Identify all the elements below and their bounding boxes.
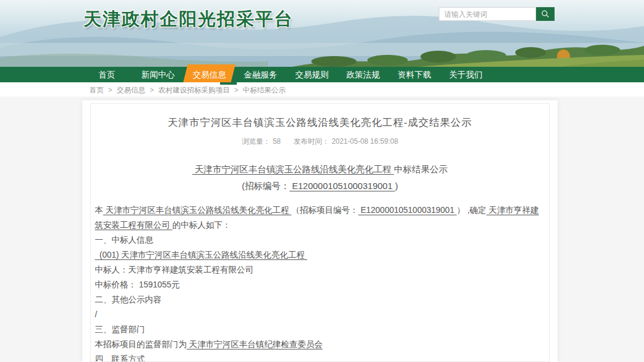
- main-navigation: 首页 新闻中心 交易信息 金融服务 交易规则 政策法规 资料下载 关于我们: [0, 67, 644, 82]
- nav-item-trade-rules[interactable]: 交易规则: [286, 67, 338, 82]
- winner-line: 中标人：天津市亨祥建筑安装工程有限公司: [95, 262, 545, 277]
- supervision-line: 本招标项目的监督部门为 天津市宁河区丰台镇纪律检查委员会: [95, 337, 545, 352]
- breadcrumb-current: 中标结果公示: [243, 86, 286, 94]
- search-icon: [541, 10, 550, 18]
- price-line: 中标价格： 1591055元: [95, 277, 545, 292]
- breadcrumb-link-trade-info[interactable]: 交易信息: [117, 86, 145, 94]
- article-body: 本 天津市宁河区丰台镇滨玉公路线沿线美化亮化工程 （招标项目编号： E12000…: [95, 203, 545, 362]
- nav-item-downloads[interactable]: 资料下载: [389, 67, 440, 82]
- views-counter: 浏览量：58: [242, 137, 283, 146]
- active-tab-notch: [220, 82, 237, 85]
- search-input[interactable]: [439, 7, 536, 21]
- nav-list: 首页 新闻中心 交易信息 金融服务 交易规则 政策法规 资料下载 关于我们: [0, 67, 644, 82]
- publish-time: 发布时间：2021-05-08 16:59:08: [293, 137, 398, 146]
- article-box: 天津市宁河区丰台镇滨玉公路线沿线美化亮化工程-成交结果公示 浏览量：58 发布时…: [90, 103, 550, 362]
- nav-item-about[interactable]: 关于我们: [440, 67, 491, 82]
- content-panel: 天津市宁河区丰台镇滨玉公路线沿线美化亮化工程-成交结果公示 浏览量：58 发布时…: [82, 100, 558, 362]
- article-meta: 浏览量：58 发布时间：2021-05-08 16:59:08: [95, 137, 545, 147]
- announcement-subtitle: 天津市宁河区丰台镇滨玉公路线沿线美化亮化工程 中标结果公示 (招标编号： E12…: [95, 161, 545, 194]
- nav-item-news[interactable]: 新闻中心: [132, 67, 184, 82]
- article-title: 天津市宁河区丰台镇滨玉公路线沿线美化亮化工程-成交结果公示: [95, 116, 545, 129]
- nav-item-trade-info[interactable]: 交易信息: [184, 67, 235, 82]
- views-value: 58: [273, 137, 280, 146]
- breadcrumb-bar: 首页 > 交易信息 > 农村建设招标采购项目 > 中标结果公示: [0, 82, 644, 97]
- section1-heading: 一、中标人信息: [95, 233, 545, 247]
- nav-item-home[interactable]: 首页: [81, 67, 132, 82]
- search-box: [439, 7, 555, 21]
- bid-number-line: (招标编号： E1200001051000319001 ): [95, 178, 545, 194]
- nav-item-policy[interactable]: 政策法规: [338, 67, 389, 82]
- subtitle-line: 天津市宁河区丰台镇滨玉公路线沿线美化亮化工程 中标结果公示: [95, 161, 545, 178]
- search-button[interactable]: [536, 7, 555, 21]
- site-title: 天津政村企阳光招采平台: [83, 7, 293, 32]
- publish-time-value: 2021-05-08 16:59:08: [332, 137, 398, 146]
- section2-content: /: [95, 307, 545, 322]
- breadcrumb-link-home[interactable]: 首页: [89, 86, 104, 94]
- breadcrumb: 首页 > 交易信息 > 农村建设招标采购项目 > 中标结果公示: [89, 85, 288, 95]
- breadcrumb-separator: >: [150, 86, 154, 94]
- section2-heading: 二、其他公示内容: [95, 292, 545, 307]
- section4-heading: 四、联系方式: [95, 352, 545, 362]
- bid-number: E1200001051000319001: [290, 181, 395, 191]
- supervision-dept: 天津市宁河区丰台镇纪律检查委员会: [187, 339, 323, 349]
- breadcrumb-link-rural-projects[interactable]: 农村建设招标采购项目: [158, 86, 230, 94]
- breadcrumb-separator: >: [234, 86, 239, 94]
- site-banner: 天津政村企阳光招采平台: [0, 0, 644, 67]
- nav-item-finance[interactable]: 金融服务: [235, 67, 286, 82]
- breadcrumb-separator: >: [108, 86, 112, 94]
- lot-line: (001) 天津市宁河区丰台镇滨玉公路线沿线美化亮化工程: [95, 247, 545, 262]
- section3-heading: 三、监督部门: [95, 322, 545, 337]
- intro-paragraph: 本 天津市宁河区丰台镇滨玉公路线沿线美化亮化工程 （招标项目编号： E12000…: [95, 203, 545, 233]
